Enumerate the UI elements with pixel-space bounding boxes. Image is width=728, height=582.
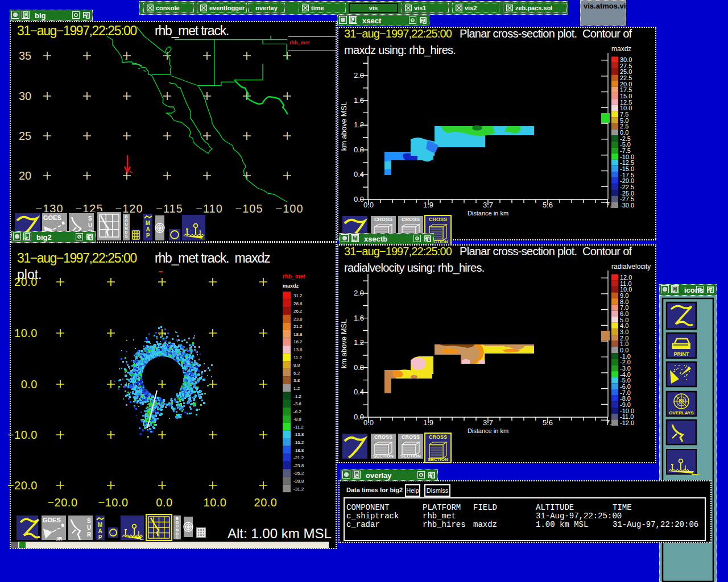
svg-text:U: U (88, 222, 92, 228)
svg-text:-1.2: -1.2 (293, 394, 301, 399)
svg-text:10.0: 10.0 (204, 496, 227, 509)
svg-text:0.0: 0.0 (354, 413, 364, 421)
svg-text:M: M (146, 220, 150, 226)
svg-text:7.: 7. (606, 201, 612, 209)
svg-text:−20.0: −20.0 (7, 479, 38, 492)
svg-text:5.6: 5.6 (543, 201, 553, 209)
svg-text:25: 25 (19, 130, 31, 142)
svg-text:1.6: 1.6 (354, 314, 364, 322)
svg-text:0.4: 0.4 (354, 170, 364, 178)
svg-text:0.0: 0.0 (21, 378, 38, 390)
svg-text:−10.0: −10.0 (7, 429, 38, 441)
svg-text:M: M (98, 522, 102, 528)
svg-text:km above MSL: km above MSL (340, 319, 348, 369)
svg-text:−110: −110 (196, 202, 223, 215)
svg-text:CROSS: CROSS (374, 434, 392, 440)
svg-text:S: S (88, 215, 92, 222)
svg-text:CROSS: CROSS (429, 434, 447, 440)
svg-text:-11.2: -11.2 (293, 425, 304, 430)
svg-text:GOES: GOES (43, 517, 61, 523)
svg-text:-18.8: -18.8 (293, 448, 304, 453)
svg-text:1.2: 1.2 (293, 386, 300, 391)
svg-text:20.0: 20.0 (254, 496, 278, 509)
svg-text:2.0: 2.0 (354, 289, 364, 297)
svg-text:0.4: 0.4 (354, 388, 364, 396)
svg-text:rhb_met track. maxdz: rhb_met track. maxdz (155, 251, 270, 265)
svg-text:5.6: 5.6 (543, 418, 553, 427)
svg-text:-3.8: -3.8 (293, 401, 301, 406)
svg-text:Alt: 1.00 km MSL: Alt: 1.00 km MSL (228, 526, 332, 541)
svg-text:0.8: 0.8 (354, 146, 364, 154)
svg-text:-31.2: -31.2 (293, 487, 304, 492)
svg-text:Distance in km: Distance in km (468, 427, 508, 434)
svg-text:3.8: 3.8 (293, 378, 300, 383)
svg-text:radialvelocity using: rhb_hire: radialvelocity using: rhb_hires. (344, 261, 485, 275)
svg-text:maxdz using: rhb_hires.: maxdz using: rhb_hires. (344, 44, 456, 57)
svg-text:16.2: 16.2 (293, 339, 303, 344)
svg-text:R: R (87, 531, 92, 538)
svg-text:SECTION: SECTION (400, 454, 421, 459)
svg-text:20: 20 (19, 169, 31, 182)
svg-text:0.0: 0.0 (354, 195, 364, 203)
svg-text:−105: −105 (235, 202, 263, 215)
svg-text:23.8: 23.8 (293, 317, 303, 322)
svg-text:km above MSL: km above MSL (340, 102, 348, 151)
svg-text:A: A (98, 528, 102, 534)
svg-text:-12.0: -12.0 (620, 419, 634, 426)
svg-text:CROSS: CROSS (402, 434, 420, 440)
svg-text:Planar cross-section plot. Co: Planar cross-section plot. Contour of (460, 245, 632, 257)
svg-text:A: A (146, 226, 150, 232)
svg-text:-21.2: -21.2 (293, 455, 304, 460)
svg-text:-26.2: -26.2 (293, 471, 304, 476)
svg-text:1.9: 1.9 (423, 201, 433, 209)
svg-text:26.2: 26.2 (293, 309, 303, 314)
svg-text:−115: −115 (156, 202, 183, 215)
svg-text:S: S (87, 518, 91, 524)
svg-text:11.2: 11.2 (293, 355, 303, 360)
svg-text:20.0: 20.0 (14, 276, 38, 288)
svg-text:-16.2: -16.2 (293, 440, 304, 445)
svg-text:GOES: GOES (43, 214, 61, 221)
svg-text:.IR: .IR (56, 536, 63, 542)
svg-text:1.2: 1.2 (354, 338, 364, 347)
svg-text:U: U (87, 525, 91, 531)
svg-text:0.0: 0.0 (363, 418, 374, 427)
svg-text:−20.0: −20.0 (47, 496, 77, 509)
svg-text:35: 35 (19, 49, 31, 62)
svg-text:maxdz: maxdz (611, 45, 631, 53)
svg-text:CROSS: CROSS (374, 217, 392, 222)
svg-text:13.8: 13.8 (293, 347, 303, 352)
svg-text:−100: −100 (275, 202, 303, 215)
svg-text:3.7: 3.7 (483, 201, 493, 209)
svg-text:P: P (98, 534, 102, 541)
svg-text:21.2: 21.2 (293, 324, 303, 329)
svg-text:maxdz: maxdz (283, 283, 299, 289)
svg-text:-23.8: -23.8 (293, 463, 304, 468)
svg-text:CROSS: CROSS (429, 217, 447, 222)
svg-text:31−aug−1997,22:25:00: 31−aug−1997,22:25:00 (17, 251, 137, 265)
svg-text:0.8: 0.8 (354, 363, 364, 372)
svg-text:SECTION: SECTION (428, 457, 448, 462)
svg-text:31−aug−1997,22:25:00: 31−aug−1997,22:25:00 (344, 27, 452, 40)
svg-text:PRINT: PRINT (674, 351, 690, 357)
svg-text:0.0: 0.0 (363, 201, 374, 209)
svg-text:0.0: 0.0 (156, 496, 172, 509)
svg-text:10.0: 10.0 (14, 327, 38, 339)
svg-text:8.8: 8.8 (293, 363, 300, 368)
svg-text:radialvelocity: radialvelocity (611, 263, 651, 271)
svg-text:-8.8: -8.8 (293, 417, 301, 422)
svg-text:18.8: 18.8 (293, 332, 303, 337)
svg-text:6.2: 6.2 (293, 371, 300, 376)
svg-text:Distance in km: Distance in km (468, 210, 508, 217)
svg-text:2.0: 2.0 (354, 71, 364, 80)
svg-text:rhb_met track.: rhb_met track. (155, 23, 229, 38)
svg-text:-30.0: -30.0 (620, 202, 634, 209)
svg-text:1.2: 1.2 (354, 120, 364, 129)
svg-text:-28.8: -28.8 (293, 479, 304, 484)
svg-text:rhb_met: rhb_met (289, 40, 310, 45)
svg-text:1.9: 1.9 (423, 418, 433, 427)
svg-text:30: 30 (19, 90, 31, 102)
svg-text:S: S (125, 234, 128, 238)
svg-text:3.7: 3.7 (483, 418, 493, 427)
svg-text:S: S (176, 536, 179, 540)
